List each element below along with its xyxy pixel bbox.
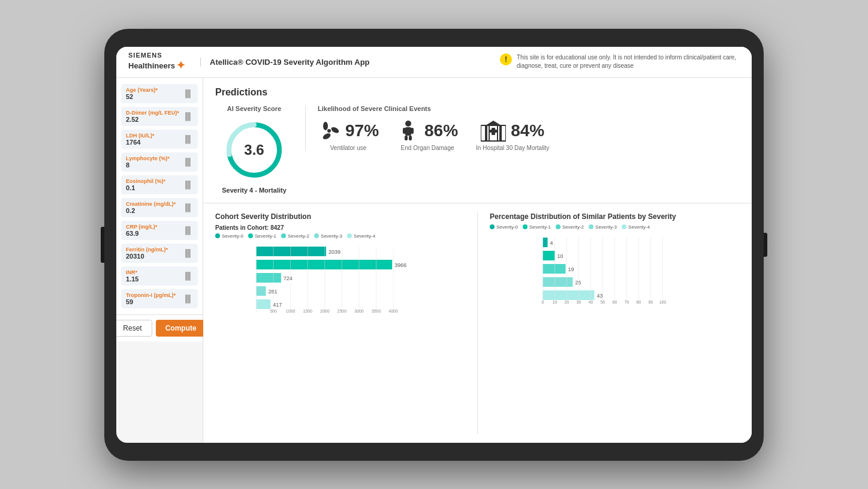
organ-percent: 86% — [424, 121, 458, 140]
svg-rect-9 — [403, 128, 406, 134]
ventilator-percent: 97% — [345, 121, 379, 140]
svg-text:3000: 3000 — [354, 309, 364, 313]
bar-chart-icon: ▐▌ — [183, 203, 193, 212]
reset-button[interactable]: Reset — [116, 320, 152, 337]
predictions-title: Predictions — [215, 87, 740, 98]
ventilator-item: 97% Ventilator use — [318, 119, 379, 151]
person-icon — [397, 119, 420, 142]
svg-rect-18 — [490, 130, 497, 133]
svg-text:60: 60 — [613, 300, 617, 304]
tablet-screen: SIEMENS Healthineers✦ Atellica® COVID-19… — [116, 47, 752, 443]
siemens-text: SIEMENS — [128, 52, 185, 59]
cohort-legend: Severity-0Severity-1Severity-2Severity-3… — [215, 233, 465, 239]
field-label: Eosinophil (%)* — [126, 178, 165, 184]
svg-text:19: 19 — [568, 266, 574, 272]
legend-item: Severity-1 — [248, 233, 276, 239]
svg-rect-53 — [543, 277, 573, 287]
bar-chart-icon: ▐▌ — [183, 272, 193, 280]
tablet-side-button — [101, 227, 104, 263]
svg-rect-28 — [257, 299, 271, 309]
input-field[interactable]: Troponin-I (pg/mL)* 59 ▐▌ — [121, 289, 198, 308]
field-label: Creatinine (mg/dL)* — [126, 201, 176, 207]
input-field[interactable]: Lymphocyte (%)* 8 ▐▌ — [121, 152, 198, 172]
input-field[interactable]: Eosinophil (%)* 0.1 ▐▌ — [121, 175, 198, 194]
svg-rect-8 — [405, 127, 411, 136]
severity-score-label: AI Severity Score — [227, 105, 282, 112]
legend-item: Severity-0 — [490, 224, 518, 230]
cohort-chart-title: Cohort Severity Distribution — [215, 212, 465, 221]
organ-label: End Organ Damage — [401, 145, 454, 151]
percentage-chart-title: Percentage Distribution of Similar Patie… — [490, 212, 740, 221]
svg-text:2000: 2000 — [320, 309, 330, 313]
svg-text:3966: 3966 — [394, 262, 406, 268]
field-value: 63.9 — [126, 230, 157, 237]
cohort-chart-area: Cohort Severity Distribution Patients in… — [215, 212, 465, 434]
input-field[interactable]: D-Dimer (mg/L FEU)* 2.52 ▐▌ — [121, 107, 198, 126]
svg-text:80: 80 — [637, 300, 641, 304]
field-value: 1.15 — [126, 275, 138, 283]
input-field[interactable]: INR* 1.15 ▐▌ — [121, 266, 198, 286]
bar-chart-icon: ▐▌ — [183, 135, 193, 143]
severity-description: Severity 4 - Mortality — [222, 187, 287, 194]
input-field[interactable]: Ferritin (ng/mL)* 20310 ▐▌ — [121, 244, 198, 263]
svg-rect-55 — [543, 290, 595, 300]
percentage-legend: Severity-0Severity-1Severity-2Severity-3… — [490, 224, 740, 230]
svg-rect-10 — [411, 128, 414, 134]
svg-point-6 — [322, 132, 331, 140]
svg-text:40: 40 — [589, 300, 593, 304]
svg-point-7 — [405, 121, 411, 127]
svg-text:10: 10 — [557, 253, 563, 259]
svg-rect-47 — [543, 238, 548, 247]
app-title: Atellica® COVID-19 Severity Algorithm Ap… — [200, 58, 370, 67]
svg-text:25: 25 — [575, 280, 581, 286]
field-label: Age (Years)* — [126, 87, 158, 93]
tablet-power-button — [764, 233, 767, 257]
gauge-container: 3.6 — [221, 117, 287, 183]
svg-point-3 — [327, 129, 331, 133]
input-field[interactable]: Age (Years)* 52 ▐▌ — [121, 84, 198, 103]
field-label: D-Dimer (mg/L FEU)* — [126, 110, 179, 116]
svg-text:724: 724 — [284, 275, 293, 281]
legend-item: Severity-2 — [556, 224, 584, 230]
svg-marker-19 — [486, 121, 501, 125]
svg-text:100: 100 — [659, 300, 667, 304]
field-value: 8 — [126, 161, 170, 169]
mortality-item: 84% In Hospital 30 Day Mortality — [476, 119, 549, 151]
percentage-chart-area: Percentage Distribution of Similar Patie… — [477, 212, 740, 434]
compute-button[interactable]: Compute — [156, 320, 206, 337]
field-value: 52 — [126, 93, 158, 100]
field-value: 2.52 — [126, 116, 179, 123]
sidebar-wrapper: Age (Years)* 52 ▐▌ D-Dimer (mg/L FEU)* 2… — [116, 78, 203, 443]
svg-text:1500: 1500 — [303, 309, 312, 313]
field-value: 59 — [126, 298, 176, 305]
svg-rect-26 — [257, 286, 266, 296]
legend-item: Severity-3 — [314, 233, 342, 239]
svg-text:0: 0 — [542, 300, 544, 304]
cohort-bar-chart: 2039396672428141750010001500200025003000… — [215, 244, 465, 318]
disclaimer-text: This site is for educational use only. I… — [517, 53, 740, 70]
predictions-content: AI Severity Score — [215, 105, 740, 194]
organ-row: 86% — [397, 119, 458, 142]
legend-item: Severity-4 — [622, 224, 650, 230]
svg-text:70: 70 — [625, 300, 629, 304]
svg-rect-20 — [257, 247, 327, 256]
input-field[interactable]: Creatinine (mg/dL)* 0.2 ▐▌ — [121, 198, 198, 217]
predictions-section: Predictions AI Severity Score — [203, 78, 752, 203]
svg-rect-22 — [257, 260, 393, 269]
input-field[interactable]: LDH (IU/L)* 1764 ▐▌ — [121, 130, 198, 149]
mortality-percent: 84% — [511, 121, 544, 140]
field-value: 0.2 — [126, 207, 176, 214]
cohort-patients-label: Patients in Cohort: 8427 — [215, 224, 465, 231]
likelihood-area: Likelihood of Severe Clinical Events — [305, 105, 740, 151]
charts-section: Cohort Severity Distribution Patients in… — [203, 203, 752, 443]
input-field[interactable]: CRP (mg/L)* 63.9 ▐▌ — [121, 221, 198, 240]
svg-text:417: 417 — [273, 302, 282, 308]
legend-item: Severity-0 — [215, 233, 243, 239]
mortality-row: 84% — [481, 119, 544, 142]
organ-item: 86% End Organ Damage — [397, 119, 458, 151]
svg-text:4000: 4000 — [388, 309, 398, 313]
bar-chart-icon: ▐▌ — [183, 249, 193, 257]
svg-rect-51 — [543, 264, 566, 274]
svg-text:2500: 2500 — [337, 309, 347, 313]
field-value: 20310 — [126, 253, 168, 260]
